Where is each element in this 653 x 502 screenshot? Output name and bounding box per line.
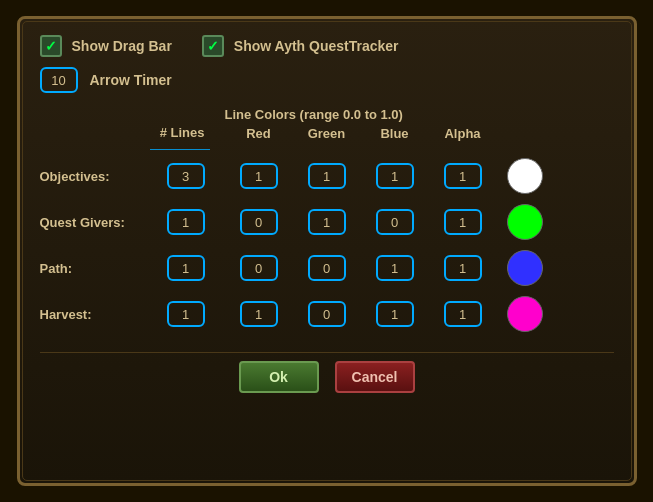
arrow-timer-row: Arrow Timer (40, 67, 614, 93)
lines-input-0[interactable] (167, 163, 205, 189)
green-input-3[interactable] (308, 301, 346, 327)
color-swatch-2 (507, 250, 543, 286)
drag-bar-label: Show Drag Bar (72, 38, 172, 54)
lines-input-2[interactable] (167, 255, 205, 281)
alpha-input-0[interactable] (444, 163, 482, 189)
green-input-1[interactable] (308, 209, 346, 235)
ayth-option: ✓ Show Ayth QuestTracker (202, 35, 399, 57)
colors-section-title: Line Colors (range 0.0 to 1.0) (205, 107, 594, 122)
table-row: Path: (40, 250, 614, 286)
top-options-row: ✓ Show Drag Bar ✓ Show Ayth QuestTracker (40, 35, 614, 57)
alpha-input-2[interactable] (444, 255, 482, 281)
table-rows: Objectives: (40, 158, 614, 342)
lines-input-1[interactable] (167, 209, 205, 235)
green-input-0[interactable] (308, 163, 346, 189)
checkmark-icon-2: ✓ (207, 39, 219, 53)
lines-input-3[interactable] (167, 301, 205, 327)
settings-dialog: ✓ Show Drag Bar ✓ Show Ayth QuestTracker… (17, 16, 637, 486)
table-row: Harvest: (40, 296, 614, 332)
red-input-0[interactable] (240, 163, 278, 189)
red-col-header: Red (225, 126, 293, 141)
lines-header: # Lines (150, 123, 205, 141)
blue-input-3[interactable] (376, 301, 414, 327)
blue-col-header: Blue (361, 126, 429, 141)
checkmark-icon: ✓ (45, 39, 57, 53)
color-swatch-0 (507, 158, 543, 194)
cancel-button[interactable]: Cancel (335, 361, 415, 393)
green-input-2[interactable] (308, 255, 346, 281)
color-swatch-3 (507, 296, 543, 332)
show-ayth-checkbox[interactable]: ✓ (202, 35, 224, 57)
table-header-row: # Lines Line Colors (range 0.0 to 1.0) R… (40, 107, 614, 141)
green-col-header: Green (293, 126, 361, 141)
alpha-col-header: Alpha (429, 126, 497, 141)
settings-table: # Lines Line Colors (range 0.0 to 1.0) R… (40, 107, 614, 342)
show-drag-bar-checkbox[interactable]: ✓ (40, 35, 62, 57)
ok-button[interactable]: Ok (239, 361, 319, 393)
blue-input-0[interactable] (376, 163, 414, 189)
row-label-3: Harvest: (40, 307, 92, 322)
row-label-0: Objectives: (40, 169, 110, 184)
table-row: Objectives: (40, 158, 614, 194)
footer-buttons: Ok Cancel (40, 352, 614, 393)
colors-headers: Line Colors (range 0.0 to 1.0) Red Green… (205, 107, 614, 141)
alpha-input-1[interactable] (444, 209, 482, 235)
table-row: Quest Givers: (40, 204, 614, 240)
color-swatch-1 (507, 204, 543, 240)
lines-col-title: # Lines (160, 125, 205, 140)
red-input-1[interactable] (240, 209, 278, 235)
red-input-2[interactable] (240, 255, 278, 281)
blue-input-2[interactable] (376, 255, 414, 281)
vertical-divider-hint (40, 149, 614, 150)
drag-bar-option: ✓ Show Drag Bar (40, 35, 172, 57)
row-label-2: Path: (40, 261, 73, 276)
ayth-label: Show Ayth QuestTracker (234, 38, 399, 54)
alpha-input-3[interactable] (444, 301, 482, 327)
arrow-timer-label: Arrow Timer (90, 72, 172, 88)
row-label-1: Quest Givers: (40, 215, 125, 230)
arrow-timer-input[interactable] (40, 67, 78, 93)
blue-input-1[interactable] (376, 209, 414, 235)
red-input-3[interactable] (240, 301, 278, 327)
